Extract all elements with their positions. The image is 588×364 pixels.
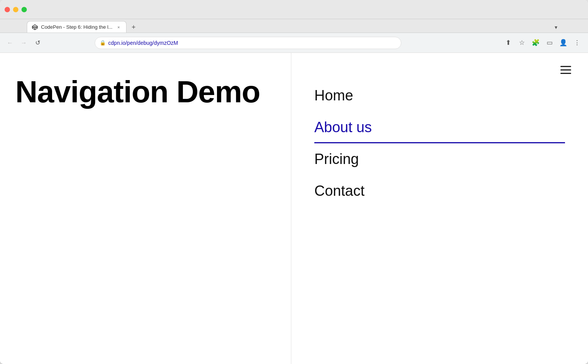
lock-icon: 🔒: [100, 40, 106, 46]
share-button[interactable]: ⬆: [502, 37, 514, 49]
reload-button[interactable]: ↺: [32, 38, 43, 48]
sidebar-button[interactable]: ▭: [544, 37, 556, 49]
address-bar: ← → ↺ 🔒 cdpn.io/pen/debug/dymzOzM ⬆ ☆ 🧩 …: [0, 33, 588, 53]
profile-button[interactable]: 👤: [557, 37, 570, 49]
url-bar[interactable]: 🔒 cdpn.io/pen/debug/dymzOzM: [95, 37, 401, 49]
tab-bar: CodePen - Step 6: Hiding the l... × + ▾: [0, 19, 588, 33]
hamburger-line-3: [560, 73, 571, 74]
forward-button[interactable]: →: [18, 38, 29, 48]
page-heading: Navigation Demo: [15, 76, 260, 108]
right-pane: Home About us Pricing Contact: [291, 53, 588, 364]
hamburger-button[interactable]: [559, 64, 573, 75]
tab-dropdown-button[interactable]: ▾: [550, 22, 561, 33]
tab-title: CodePen - Step 6: Hiding the l...: [41, 24, 112, 30]
left-pane: Navigation Demo: [0, 53, 291, 364]
minimize-button[interactable]: [13, 7, 18, 12]
nav-menu: Home About us Pricing Contact: [314, 80, 565, 207]
back-button[interactable]: ←: [5, 38, 15, 48]
title-bar: [0, 0, 588, 19]
extensions-button[interactable]: 🧩: [530, 37, 542, 49]
hamburger-line-1: [560, 66, 571, 67]
close-button[interactable]: [5, 7, 10, 12]
tab-close-button[interactable]: ×: [115, 24, 122, 30]
hamburger-line-2: [560, 69, 571, 71]
nav-item-contact[interactable]: Contact: [314, 175, 565, 207]
page-content: Navigation Demo Home About us Pricing Co…: [0, 53, 588, 364]
url-text: cdpn.io/pen/debug/dymzOzM: [108, 40, 178, 46]
toolbar-icons: ⬆ ☆ 🧩 ▭ 👤 ⋮: [502, 37, 583, 49]
codepen-icon: [32, 24, 38, 30]
bookmark-button[interactable]: ☆: [516, 37, 528, 49]
new-tab-button[interactable]: +: [128, 22, 139, 33]
maximize-button[interactable]: [21, 7, 27, 12]
nav-item-pricing[interactable]: Pricing: [314, 143, 565, 175]
active-tab[interactable]: CodePen - Step 6: Hiding the l... ×: [27, 21, 126, 33]
more-button[interactable]: ⋮: [571, 37, 583, 49]
browser-window: CodePen - Step 6: Hiding the l... × + ▾ …: [0, 0, 588, 364]
traffic-lights: [5, 7, 27, 12]
nav-item-home[interactable]: Home: [314, 80, 565, 111]
nav-item-about-us[interactable]: About us: [314, 111, 565, 143]
